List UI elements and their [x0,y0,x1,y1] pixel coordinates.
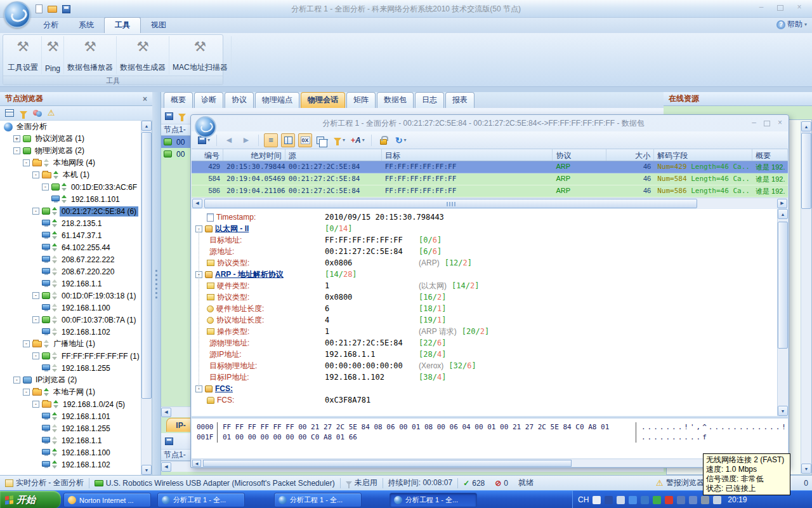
maximize-button[interactable] [764,118,770,127]
norton-globe-icon[interactable] [653,496,661,504]
close-button[interactable]: × [778,118,782,127]
ribbon-button-MAC地址扫描器[interactable]: ⚒MAC地址扫描器 [169,36,232,74]
clock[interactable]: 20:19 [728,495,747,504]
tree-item[interactable]: 192.168.1.100 [0,302,141,314]
tree-item[interactable]: 218.2.135.1 [0,217,141,229]
decode-button[interactable]: +A▾ [350,133,366,147]
restore-button[interactable] [774,3,787,11]
decode-row[interactable]: 目标IP地址:192.168.1.102[38/4] [192,371,777,383]
back-button[interactable]: ◀ [222,133,236,147]
packet-row[interactable]: 42920:15:30.79844300:21:27:2C:5E:84FF:FF… [192,161,788,173]
hex-line[interactable]: 0000FF FF FF FF FF FF 00 21 27 2C 5E 84 … [192,422,788,432]
tree-item[interactable]: 192.168.1.101 [0,410,141,422]
scroll-down-icon[interactable]: ▼ [778,406,788,416]
collapse-chevron-icon[interactable] [629,496,637,504]
decode-row[interactable]: 协议类型:0x0806(ARP)[12/2] [192,257,777,269]
column-header-大小[interactable]: 大小 [606,149,654,161]
collapse-icon[interactable]: - [23,389,30,396]
tree-item[interactable]: -本地子网 (1) [0,386,141,398]
keyboard-icon[interactable] [593,496,601,504]
tree-item[interactable]: -00:21:27:2C:5E:84 (6) [0,205,141,217]
scroll-up-icon[interactable]: ▲ [778,209,788,219]
ribbon-tab-分析[interactable]: 分析 [33,18,69,33]
save-button[interactable] [62,5,70,13]
scroll-up-icon[interactable]: ▲ [801,121,811,131]
tree-item[interactable]: 192.168.1.102 [0,326,141,338]
tab-日志[interactable]: 日志 [415,92,444,108]
collapse-icon[interactable]: - [32,401,39,408]
tab-报表[interactable]: 报表 [445,92,475,108]
scroll-up-icon[interactable]: ▲ [141,121,152,131]
ribbon-button-数据包播放器[interactable]: ⚒数据包播放器 [64,36,117,74]
column-header-概要[interactable]: 概要 [752,149,788,161]
panel-splitter[interactable] [152,92,161,475]
scroll-thumb[interactable] [801,133,811,209]
collapse-icon[interactable]: - [32,316,39,323]
wireless-network-icon[interactable] [641,496,649,504]
ribbon-button-Ping[interactable]: ⚒Ping [42,36,64,74]
add-graph-button[interactable] [33,109,42,117]
decode-row[interactable]: 协议类型:0x0800[16/2] [192,291,777,303]
filter-button[interactable]: ▾ [332,133,346,147]
column-header-绝对时间[interactable]: 绝对时间 [223,149,285,161]
scroll-down-icon[interactable]: ▼ [801,464,811,474]
tree-item[interactable]: 192.168.1.255 [0,422,141,434]
ribbon-button-工具设置[interactable]: ⚒工具设置 [4,36,42,74]
ribbon-button-数据包生成器[interactable]: ⚒数据包生成器 [117,36,169,74]
ribbon-tab-工具[interactable]: 工具 [104,17,141,33]
scroll-thumb[interactable] [778,222,788,349]
tree-item[interactable]: -00:1D:E0:33:AC:6F [0,181,141,193]
column-header-协议[interactable]: 协议 [553,149,606,161]
tree-item[interactable]: -FF:FF:FF:FF:FF:FF (1) [0,350,141,362]
taskbar-button-3[interactable]: 分析工程 1 - 全... [274,493,362,507]
scroll-left-icon[interactable]: ◀ [192,460,201,467]
tree-item[interactable]: 64.102.255.44 [0,241,141,253]
scroll-left-icon[interactable]: ◀ [161,462,171,472]
scroll-down-icon[interactable]: ▼ [141,465,152,475]
collapse-icon[interactable]: - [32,292,39,299]
tree-item[interactable]: -00:1D:0F:19:03:18 (1) [0,290,141,302]
tree-item[interactable]: -本地网段 (4) [0,157,141,169]
open-button[interactable] [48,6,57,13]
tree-item[interactable]: 208.67.222.222 [0,253,141,265]
start-button[interactable]: 开始 [0,491,61,508]
collapse-icon[interactable]: - [32,352,39,359]
decode-row[interactable]: 目标物理地址:00:00:00:00:00:00(Xerox)[32/6] [192,360,777,371]
tree-item[interactable]: 192.168.1.102 [0,458,141,471]
decode-row[interactable]: -以太网 - II[0/14] [192,223,777,234]
ribbon-tab-系统[interactable]: 系统 [69,18,104,33]
tab-协议[interactable]: 协议 [225,92,254,108]
add-alarm-button[interactable]: ⚠ [48,109,55,117]
tree-item[interactable]: 192.168.1.101 [0,193,141,205]
tree-item[interactable]: 192.168.1.1 [0,277,141,290]
tab-矩阵[interactable]: 矩阵 [346,92,376,108]
column-header-源[interactable]: 源 [285,149,382,161]
packet-window-hscrollbar[interactable]: ◀ ▶ [192,458,788,467]
tree-item[interactable]: -广播地址 (1) [0,338,141,350]
tree-item[interactable]: 全面分析 [0,121,141,133]
decode-row[interactable]: 源物理地址:00:21:27:2C:5E:84[22/6] [192,337,777,349]
tree-item[interactable]: -IP浏览器 (2) [0,374,141,386]
expand-icon[interactable]: + [13,135,20,142]
ime-option-icon[interactable] [605,496,613,504]
network-error-icon[interactable] [689,496,697,504]
minimize-button[interactable]: – [755,3,768,11]
column-header-编号[interactable]: 编号 [192,149,223,161]
decode-row[interactable]: Timestamp:2010/09/15 20:15:30.798443 [192,211,777,223]
hex-line[interactable]: 001F01 00 00 00 00 00 00 C0 A8 01 66....… [192,432,788,443]
hex-view-button[interactable]: 0X [298,133,312,147]
column-header-目标[interactable]: 目标 [382,149,553,161]
add-node-group-button[interactable] [5,109,14,117]
scroll-thumb[interactable] [204,199,697,208]
network-disabled-icon[interactable] [677,496,685,504]
new-document-button[interactable] [36,4,43,13]
decode-row[interactable]: 硬件类型:1(以太网)[14/2] [192,280,777,291]
lock-button[interactable] [377,133,391,147]
scroll-thumb[interactable] [203,460,572,467]
tree-item[interactable]: 192.168.1.255 [0,362,141,374]
decode-row[interactable]: 协议地址长度:4[19/1] [192,314,777,326]
collapse-icon[interactable]: - [32,208,39,215]
tab-诊断[interactable]: 诊断 [194,92,223,108]
collapse-icon[interactable]: - [13,377,20,384]
forward-button[interactable]: ▶ [239,133,253,147]
